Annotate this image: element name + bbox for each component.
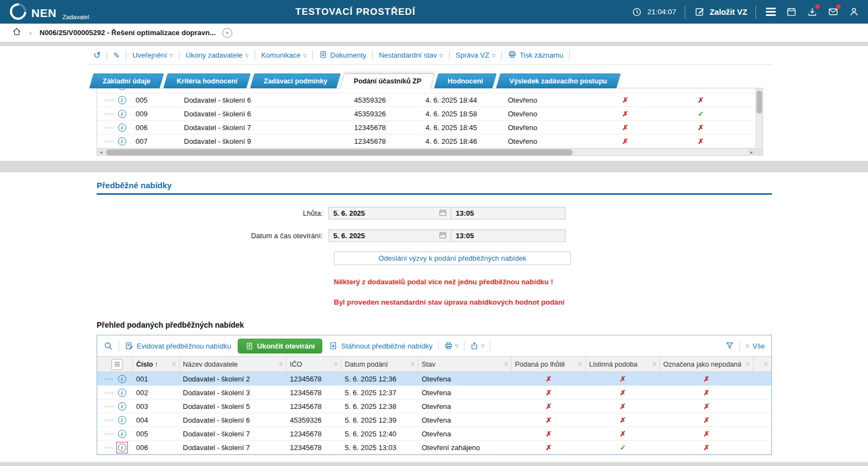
info-icon[interactable] [118,443,126,452]
record-toolbar-item[interactable]: Tisk záznamu [502,50,570,60]
downloads-button[interactable] [806,5,819,18]
scroll-left-arrow[interactable]: ◂ [97,149,105,156]
record-toolbar-item[interactable]: Komunikace ▽ [255,50,313,60]
tab[interactable]: Zadávací podmínky [252,74,339,88]
print-button[interactable]: ▽ [444,341,458,350]
column-filter-caret-icon: ▽ [170,362,176,367]
row-menu-icon[interactable]: ○○○ [104,404,114,409]
tab[interactable]: Kritéria hodnocení [165,74,249,88]
row-menu-icon[interactable]: ○○○ [104,445,114,450]
stahnout-button[interactable]: Stáhnout předběžné nabídky [329,341,432,350]
podani-row[interactable]: ○○○ 005 Dodavatel - školení 6 45359326 4… [97,93,763,107]
profile-button[interactable] [848,5,860,18]
scroll-right-arrow[interactable]: ▸ [748,149,755,156]
info-icon[interactable] [118,430,126,438]
nabidka-row[interactable]: ○○○ 006 Dodavatel - školení 7 12345678 5… [97,441,771,454]
tab[interactable]: Výsledek zadávacího postupu [498,74,619,88]
podani-row[interactable]: ○○○ 007 Dodavatel - školení 9 12345678 4… [97,134,763,148]
row-actions: ○○○ [97,123,132,132]
info-icon[interactable] [118,123,126,132]
row-menu-icon[interactable]: ○○○ [104,418,114,423]
lhuta-time-field[interactable]: 13:05 [451,207,565,219]
podani-row[interactable]: ○○○ 004 Dodavatel - školení 5 45359326 4… [97,88,763,93]
info-icon[interactable] [118,402,126,411]
column-settings-icon[interactable] [111,359,122,370]
row-menu-icon[interactable]: ○○○ [104,139,114,144]
info-icon[interactable] [118,88,126,90]
row-menu-icon[interactable]: ○○○ [104,125,114,130]
tab[interactable]: Hodnocení [436,74,495,88]
send-vyzva-button[interactable]: Odeslání výzvy k podání předběžných nabí… [334,251,571,265]
col-header-listinna-podoba[interactable]: Listinná podoba ▽ [586,357,660,372]
row-actions: ○○○ [97,375,133,383]
row-menu-icon[interactable]: ○○○ [104,431,114,436]
home-button[interactable] [12,27,21,38]
cell-stav: Otevření zahájeno [418,443,512,452]
vertical-scrollbar[interactable] [755,88,763,148]
create-vz-button[interactable]: Založit VZ [693,5,747,18]
scrollbar-track[interactable] [105,149,748,156]
record-toolbar-item[interactable]: Dokumenty [313,50,373,60]
oteviranie-time-field[interactable]: 13:05 [451,230,565,242]
edit-button[interactable]: ✎ [107,50,126,60]
nabidka-row[interactable]: ○○○ 004 Dodavatel - školení 6 45359326 5… [97,413,771,427]
scrollbar-corner [755,149,763,156]
brand[interactable]: NEN Zadavatel [10,3,89,20]
podani-row[interactable]: ○○○ 009 Dodavatel - školení 6 45359326 4… [97,107,763,121]
col-header-oznacena-jako-nepodana[interactable]: Označena jako nepodaná ▽ [660,357,753,372]
col-header-nazev-dodavatele[interactable]: Název dodavatele ▽ [180,357,287,372]
record-toolbar-item[interactable]: Nestandardní stav ▽ [373,50,450,60]
calendar-icon[interactable] [439,231,447,241]
history-button[interactable]: ↺ [93,50,107,60]
messages-button[interactable] [827,5,839,18]
info-icon[interactable] [118,389,126,397]
tab[interactable]: Podání účastníků ZP [342,74,433,88]
record-toolbar-item[interactable]: Úkony zadavatele ▽ [180,50,255,60]
ukoncit-oteviranii-button[interactable]: Ukončit otevírání [238,339,322,353]
col-header-ico[interactable]: IČO ▽ [287,357,341,372]
row-menu-icon[interactable]: ○○○ [104,390,114,395]
filter-button[interactable] [725,341,734,350]
record-toolbar-item[interactable]: Správa VZ ▽ [450,50,502,60]
record-toolbar-item[interactable]: Uveřejnění ▽ [126,50,180,60]
cell-nazev-dodavatele: Dodavatel - školení 6 [180,416,287,424]
col-header-datum-podani[interactable]: Datum podání ▽ [341,357,418,372]
evidovat-button[interactable]: Evidovat předběžnou nabídku [125,341,231,350]
row-menu-icon[interactable]: ○○○ [104,98,114,103]
info-icon[interactable] [118,110,126,118]
filter-select[interactable]: ▽ Vše [746,342,765,350]
info-icon[interactable] [118,416,126,424]
menu-button[interactable] [764,5,777,18]
search-button[interactable] [104,341,113,351]
col-header-stav[interactable]: Stav ▽ [418,357,512,372]
cell-cislo: 001 [133,375,180,383]
col-header-podana-po-lhute[interactable]: Podaná po lhůtě ▽ [512,357,586,372]
horizontal-scrollbar[interactable]: ◂ ▸ [97,148,763,155]
close-record-icon[interactable]: × [222,28,232,38]
tab[interactable]: Základní údaje [91,74,162,88]
nabidka-row[interactable]: ○○○ 001 Dodavatel - školení 2 12345678 5… [97,372,771,386]
scrollbar-thumb[interactable] [106,149,573,155]
oteviranie-date-value: 5. 6. 2025 [333,232,365,240]
row-menu-icon[interactable]: ○○○ [104,111,114,116]
scrollbar-thumb[interactable] [757,91,762,114]
lhuta-date-field[interactable]: 5. 6. 2025 [329,207,451,219]
info-icon[interactable] [118,375,126,383]
calendar-button[interactable] [785,5,798,18]
breadcrumb-item[interactable]: N006/25/V00005292 - Řešení optimalizace … [40,29,216,37]
nabidka-row[interactable]: ○○○ 003 Dodavatel - školení 5 12345678 5… [97,400,771,413]
cell-listinna-podoba: ✗ [586,375,660,383]
col-header-more[interactable]: ▽ [753,357,771,372]
row-menu-icon[interactable]: ○○○ [104,377,114,381]
oteviranie-date-field[interactable]: 5. 6. 2025 [329,230,451,242]
calendar-icon[interactable] [439,209,447,218]
info-icon[interactable] [118,96,126,104]
export-button[interactable]: ▽ [470,341,484,350]
page: NEN Zadavatel TESTOVACÍ PROSTŘEDÍ 21:04:… [0,0,868,466]
row-actions: ○○○ [97,389,133,397]
podani-row[interactable]: ○○○ 006 Dodavatel - školení 7 12345678 4… [97,121,763,134]
info-icon[interactable] [118,137,126,145]
col-header-cislo[interactable]: Číslo ↑ ▽ [133,357,180,372]
nabidka-row[interactable]: ○○○ 002 Dodavatel - školení 3 12345678 5… [97,386,771,400]
nabidka-row[interactable]: ○○○ 005 Dodavatel - školení 7 12345678 5… [97,427,771,441]
